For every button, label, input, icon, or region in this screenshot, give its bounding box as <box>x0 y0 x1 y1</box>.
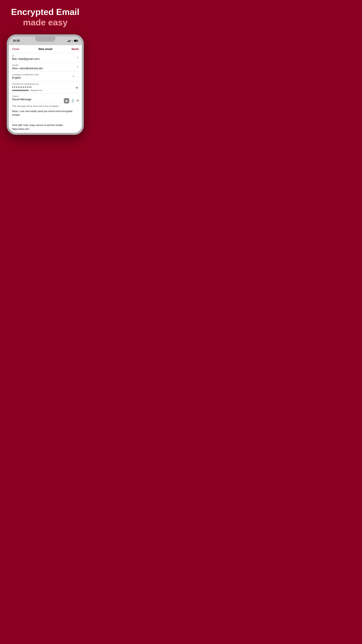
email-body-text: Wow, I can now easily send you end-to-en… <box>12 109 78 117</box>
nav-title: New email <box>38 48 52 51</box>
close-button[interactable]: Close <box>12 48 19 51</box>
password-field[interactable]: Password for bob@gmail.com ●●●●●●●●●●● 👁… <box>9 81 82 94</box>
to-value: Bob <bob@gmail.com> <box>12 58 78 60</box>
status-icons: ∿ <box>67 40 78 42</box>
phone-mockup: 16:28 ∿ Clos <box>7 34 84 135</box>
status-time: 16:28 <box>13 39 19 42</box>
status-bar: 16:28 ∿ <box>9 36 82 45</box>
email-signature: -- Sent with Tuta; enjoy secure & ad-fre… <box>12 120 78 131</box>
to-label: To <box>12 55 78 57</box>
subject-toolbar: 📎 TT <box>64 98 79 104</box>
more-options-icon[interactable]: ··· <box>76 75 79 78</box>
language-value: English <box>12 76 78 79</box>
language-label: Language of notification email <box>12 74 78 76</box>
phone-notch <box>35 36 55 42</box>
password-strength-indicator: Password ok. <box>12 89 78 92</box>
phone-screen: 16:28 ∿ Clos <box>9 36 82 133</box>
signal-icon <box>67 40 70 42</box>
to-field[interactable]: To Bob <bob@gmail.com> ▼ <box>9 53 82 62</box>
nav-bar: Close New email Send <box>9 45 82 53</box>
sender-field[interactable]: Sender Alice <alice@tutanota.de> ▼ <box>9 62 82 72</box>
encrypt-button[interactable] <box>64 98 69 104</box>
wifi-icon: ∿ <box>71 40 73 42</box>
hero-section: Encrypted Email made easy <box>4 7 86 28</box>
subject-label: Subject <box>12 95 78 98</box>
password-label: Password for bob@gmail.com <box>12 83 78 85</box>
language-dropdown-icon[interactable]: ▼ <box>72 76 74 77</box>
password-status: Password ok. <box>30 89 42 92</box>
email-compose: Close New email Send To Bob <bob@gmail.c… <box>9 45 82 133</box>
signature-text: Sent with Tuta; enjoy secure & ad-free e… <box>12 123 78 131</box>
lock-icon <box>65 100 68 102</box>
battery-icon <box>74 40 78 42</box>
attachment-icon[interactable]: 📎 <box>70 98 75 103</box>
hero-title-line1: Encrypted Email <box>11 7 79 17</box>
subject-field[interactable]: Subject Secret Message 📎 TT <box>9 94 82 103</box>
text-format-icon[interactable]: TT <box>76 100 79 102</box>
encryption-notice: This message will be sent end-to-end enc… <box>12 105 78 107</box>
phone-frame: 16:28 ∿ Clos <box>7 34 84 135</box>
email-body[interactable]: This message will be sent end-to-end enc… <box>9 103 82 133</box>
sender-value: Alice <alice@tutanota.de> <box>12 67 78 70</box>
password-visibility-icon[interactable]: 👁 <box>75 86 78 90</box>
language-actions: ▼ ··· <box>72 75 79 78</box>
sender-label: Sender <box>12 64 78 66</box>
sender-dropdown-icon[interactable]: ▼ <box>77 66 78 68</box>
send-button[interactable]: Send <box>71 48 78 51</box>
language-field[interactable]: Language of notification email English ▼… <box>9 72 82 81</box>
signature-dashes: -- <box>12 120 78 124</box>
strength-bar <box>12 90 29 91</box>
to-dropdown-icon[interactable]: ▼ <box>77 57 78 58</box>
password-value: ●●●●●●●●●●● <box>12 86 78 88</box>
hero-title-line2: made easy <box>11 17 79 28</box>
